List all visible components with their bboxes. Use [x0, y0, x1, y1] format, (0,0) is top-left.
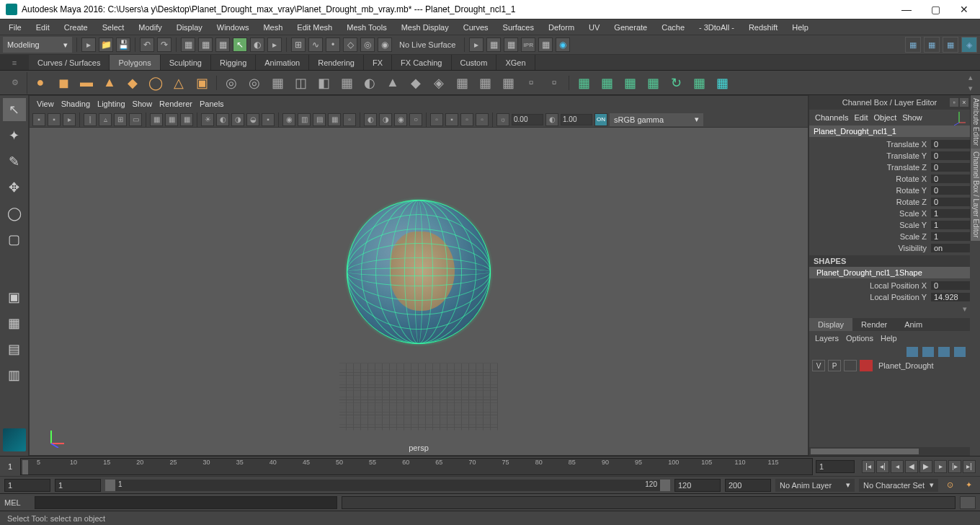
snap-plane-icon[interactable]: ◇ [343, 38, 357, 52]
vsafe2-icon[interactable]: ▫ [476, 113, 489, 126]
attribute-editor-tab[interactable]: Attribute Editor [970, 95, 980, 149]
vlight-icon[interactable]: ☀ [201, 113, 214, 126]
vlight4-icon[interactable]: ◉ [394, 113, 407, 126]
layer-display-type[interactable] [844, 360, 857, 371]
layout-single-icon[interactable]: ▣ [3, 286, 26, 309]
rotate-tool[interactable]: ◯ [3, 202, 26, 225]
attr-expand-icon[interactable]: ▾ [809, 304, 970, 314]
attr-value[interactable]: on [931, 244, 970, 252]
uv-contour-icon[interactable]: ↻ [666, 73, 686, 93]
layer-menu-layers[interactable]: Layers [815, 334, 839, 343]
layer-name[interactable]: Planet_Drought [876, 361, 967, 370]
menu-deform[interactable]: Deform [544, 22, 579, 33]
poly-type-icon[interactable]: ◎ [221, 73, 241, 93]
minimize-button[interactable]: — [892, 0, 921, 19]
close-button[interactable]: ✕ [950, 0, 979, 19]
menu-curves[interactable]: Curves [459, 22, 493, 33]
layer-playback-toggle[interactable]: P [828, 360, 841, 371]
poly-extrude-icon[interactable]: ◫ [290, 73, 311, 93]
attr-value[interactable]: 0 [931, 163, 970, 172]
menu-surfaces[interactable]: Surfaces [499, 22, 538, 33]
script-editor-button[interactable] [960, 496, 976, 509]
attr-value[interactable]: 1 [931, 221, 970, 229]
menu-generate[interactable]: Generate [610, 22, 651, 33]
panel-menu-view[interactable]: View [37, 100, 54, 108]
uv-cylindrical-icon[interactable]: ▦ [597, 73, 617, 93]
poly-separate-icon[interactable]: ▦ [267, 73, 288, 93]
menu-mesh-display[interactable]: Mesh Display [397, 22, 453, 33]
poly-merge-icon[interactable]: ▦ [498, 73, 518, 93]
poly-target-weld-icon[interactable]: ▫ [521, 73, 541, 93]
make-live-icon[interactable]: ◉ [378, 38, 392, 52]
poly-mirror-icon[interactable]: ◈ [429, 73, 449, 93]
vfog-icon[interactable]: ▫ [343, 113, 356, 126]
poly-cone-icon[interactable]: ▲ [99, 73, 120, 93]
shelf-tab-fx-caching[interactable]: FX Caching [392, 55, 451, 70]
poly-fill-icon[interactable]: ▦ [452, 73, 472, 93]
uv-spherical-icon[interactable]: ▦ [620, 73, 640, 93]
menu-select[interactable]: Select [98, 22, 129, 33]
viewport-3d[interactable]: persp [30, 128, 808, 455]
panel-toggle2-icon[interactable]: ▦ [924, 37, 940, 53]
shelf-tab-animation[interactable]: Animation [256, 55, 309, 70]
vwire-icon[interactable]: ▦ [150, 113, 163, 126]
shelf-tab-polygons[interactable]: Polygons [110, 55, 160, 70]
menu-redshift[interactable]: Redshift [744, 22, 782, 33]
render-frame-icon[interactable]: ▦ [504, 38, 518, 52]
poly-cylinder-icon[interactable]: ▬ [76, 73, 97, 93]
poly-collapse-icon[interactable]: ▦ [475, 73, 495, 93]
menu--dtoall-[interactable]: - 3DtoAll - [695, 22, 739, 33]
vgamma-icon[interactable]: ◐ [545, 113, 558, 126]
vimage-icon[interactable]: ▵ [99, 113, 112, 126]
menu-uv[interactable]: UV [584, 22, 604, 33]
uv-layout-icon[interactable]: ▦ [712, 73, 732, 93]
poly-sphere-icon[interactable]: ● [30, 73, 50, 93]
vlight2-icon[interactable]: ◐ [364, 113, 377, 126]
vfilm-icon[interactable]: ▭ [129, 113, 142, 126]
vms-icon[interactable]: ▪ [262, 113, 275, 126]
open-scene-icon[interactable]: 📁 [99, 38, 113, 52]
layout-outliner-icon[interactable]: ▥ [3, 363, 26, 387]
vshade-icon[interactable]: ▦ [165, 113, 178, 126]
menu-edit[interactable]: Edit [32, 22, 54, 33]
animation-prefs-icon[interactable]: ✦ [961, 478, 976, 493]
layout-two-icon[interactable]: ▤ [3, 338, 26, 361]
snap-grid-icon[interactable]: ⊞ [291, 38, 306, 52]
shape-name[interactable]: Planet_Drought_ncl1_1Shape [809, 267, 970, 278]
vbookmark-icon[interactable]: ▸ [63, 113, 76, 126]
menu-mesh[interactable]: Mesh [259, 22, 287, 33]
panel-menu-lighting[interactable]: Lighting [97, 100, 125, 108]
play-back-button[interactable]: ◀ [905, 460, 918, 473]
shelf-scroll[interactable]: ▴▾ [968, 73, 977, 93]
layer-menu-help[interactable]: Help [881, 334, 897, 343]
cb-menu-edit[interactable]: Edit [854, 113, 868, 122]
vgate-icon[interactable]: ▪ [445, 113, 458, 126]
cb-menu-channels[interactable]: Channels [815, 113, 848, 122]
poly-combine-icon[interactable]: ◎ [244, 73, 264, 93]
menu-mesh-tools[interactable]: Mesh Tools [342, 22, 391, 33]
menu-windows[interactable]: Windows [213, 22, 254, 33]
poly-cube-icon[interactable]: ◼ [53, 73, 74, 93]
vshadow-icon[interactable]: ◐ [216, 113, 229, 126]
layout-four-icon[interactable]: ▦ [3, 312, 26, 335]
layer-tab-anim[interactable]: Anim [896, 318, 931, 331]
cb-menu-object[interactable]: Object [873, 113, 896, 122]
workspace-selector[interactable]: Modeling▾ [3, 37, 72, 53]
anim-end-field[interactable] [725, 479, 771, 492]
select-object-icon[interactable]: ▦ [181, 38, 195, 52]
poly-bevel-icon[interactable]: ◧ [313, 73, 334, 93]
color-profile-selector[interactable]: sRGB gamma▾ [610, 113, 703, 126]
uv-auto-icon[interactable]: ▦ [643, 73, 663, 93]
attr-value[interactable]: 0 [931, 140, 970, 149]
undo-icon[interactable]: ↶ [140, 38, 154, 52]
select-tool[interactable]: ↖ [3, 98, 26, 121]
poly-torus-icon[interactable]: ◯ [146, 73, 166, 93]
poly-bridge-icon[interactable]: ▦ [337, 73, 357, 93]
paint-select-tool[interactable]: ✎ [3, 150, 26, 173]
shelf-edit-icon[interactable]: ⚙ [3, 72, 27, 94]
exposure-field[interactable] [512, 114, 543, 125]
poly-smooth-icon[interactable]: ▲ [383, 73, 403, 93]
panel-menu-panels[interactable]: Panels [200, 100, 224, 108]
select-component-icon[interactable]: ▦ [215, 38, 230, 52]
timeline-ruler[interactable]: 5101520253035404550556065707580859095100… [20, 458, 813, 475]
